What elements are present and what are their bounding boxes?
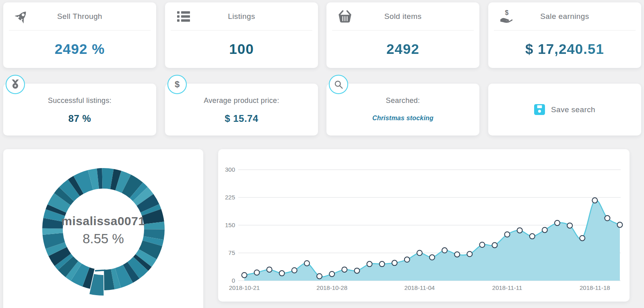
- sell-through-value: 2492 %: [3, 31, 156, 68]
- basket-icon: [338, 9, 352, 24]
- search-badge: [329, 75, 348, 94]
- listings-card: Listings 100: [165, 2, 318, 68]
- donut-center-label: misalissa0071 8.55 %: [3, 214, 203, 246]
- svg-text:2018-11-04: 2018-11-04: [405, 284, 435, 291]
- list-icon: [176, 9, 191, 24]
- svg-text:2018-11-11: 2018-11-11: [492, 284, 522, 291]
- medal-badge: [6, 75, 25, 94]
- save-icon: [534, 104, 545, 115]
- successful-listings-card: Successful listings: 87 %: [3, 84, 156, 136]
- rocket-icon: [14, 9, 29, 24]
- save-search-label: Save search: [551, 105, 595, 114]
- seller-share-pct: 8.55 %: [3, 231, 203, 246]
- card-title: Sold items: [332, 12, 474, 21]
- searched-card: Searched: Christmas stocking: [326, 84, 479, 136]
- card-title: Successful listings:: [3, 97, 156, 105]
- sales-trend-card: 0751502253002018-10-212018-10-282018-11-…: [218, 149, 630, 302]
- svg-text:2018-10-21: 2018-10-21: [229, 284, 260, 291]
- card-title: Searched:: [326, 97, 479, 105]
- dashboard-page: { "cards_row1": [ {"icon":"rocket-icon",…: [0, 0, 644, 308]
- card-title: Sale earnings: [494, 12, 636, 21]
- card-title: Sell Through: [9, 12, 151, 21]
- card-title: Listings: [171, 12, 312, 21]
- svg-text:300: 300: [225, 166, 235, 173]
- card-title: Average product price:: [165, 97, 318, 105]
- searched-term-link[interactable]: Christmas stocking: [372, 115, 433, 122]
- average-price-card: $ Average product price: $ 15.74: [165, 84, 318, 136]
- average-price-value: $ 15.74: [165, 113, 318, 124]
- sold-items-card: Sold items 2492: [326, 2, 479, 68]
- sold-items-value: 2492: [326, 31, 479, 68]
- dollar-icon: $: [175, 79, 180, 90]
- sale-earnings-value: $ 17,240.51: [488, 31, 641, 68]
- svg-text:$: $: [505, 9, 509, 16]
- sales-trend-chart: 0751502253002018-10-212018-10-282018-11-…: [218, 149, 630, 302]
- seller-name: misalissa0071: [3, 214, 203, 228]
- sale-earnings-card: $ Sale earnings $ 17,240.51: [488, 2, 641, 68]
- dollar-badge: $: [167, 75, 187, 94]
- search-icon: [334, 80, 343, 89]
- sellers-donut-card: misalissa0071 8.55 %: [3, 149, 203, 308]
- successful-listings-value: 87 %: [3, 113, 156, 124]
- sell-through-card: Sell Through 2492 %: [3, 2, 156, 68]
- hand-dollar-icon: $: [500, 9, 514, 24]
- save-search-button[interactable]: Save search: [488, 84, 641, 136]
- svg-text:2018-11-18: 2018-11-18: [580, 284, 610, 291]
- svg-text:225: 225: [225, 194, 235, 201]
- svg-text:0: 0: [232, 277, 235, 284]
- medal-icon: [10, 79, 21, 90]
- svg-text:75: 75: [228, 249, 235, 256]
- svg-text:2018-10-28: 2018-10-28: [316, 284, 347, 291]
- listings-value: 100: [165, 31, 318, 68]
- svg-text:150: 150: [225, 222, 235, 228]
